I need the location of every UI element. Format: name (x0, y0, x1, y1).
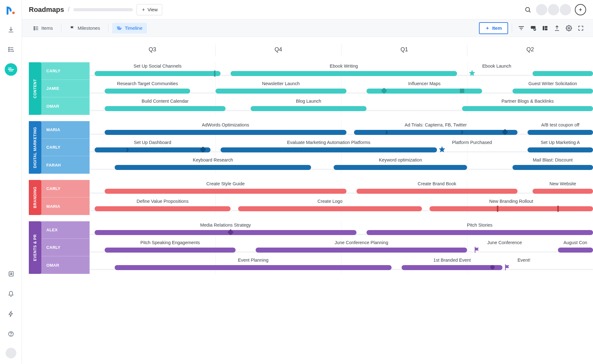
gantt-bar[interactable] (231, 71, 457, 76)
gantt-bar[interactable] (256, 248, 467, 253)
timeline-nav-icon[interactable] (5, 63, 17, 76)
diamond-marker-icon[interactable] (226, 228, 235, 236)
gantt-bar[interactable] (95, 147, 211, 152)
swimlane-member-cell[interactable]: CARLY (41, 62, 90, 80)
swimlane-member-cell[interactable]: MARIA (41, 197, 90, 215)
gantt-bar[interactable] (115, 265, 392, 270)
gantt-bar[interactable] (334, 165, 467, 170)
items-tab[interactable]: Items (29, 23, 57, 33)
list-nav-icon[interactable] (5, 43, 17, 56)
gantt-bar[interactable] (533, 189, 593, 194)
export-icon[interactable] (552, 23, 562, 33)
gantt-bar[interactable] (356, 189, 518, 194)
notifications-nav-icon[interactable] (5, 288, 17, 300)
swimlane-group: DIGITAL MARKETINGMARIACARLYFARAHAdWords … (29, 121, 593, 174)
import-nav-icon[interactable] (5, 23, 17, 36)
gantt-bar-label: Newsletter Launch (216, 80, 346, 87)
gantt-bar[interactable] (402, 265, 502, 270)
automations-nav-icon[interactable] (5, 308, 17, 320)
gantt-bar[interactable] (105, 89, 190, 94)
collaborator-avatars[interactable] (536, 4, 571, 15)
gantt-bar[interactable] (105, 248, 236, 253)
view-tabs-bar: Items Milestones Timeline Item (22, 19, 593, 37)
gantt-bar[interactable] (533, 71, 593, 76)
gantt-bar[interactable] (105, 106, 226, 111)
search-icon[interactable] (523, 5, 532, 14)
gantt-bar[interactable] (462, 106, 593, 111)
breadcrumb-current-placeholder[interactable] (73, 8, 133, 11)
swimlane-member-cell[interactable]: CARLY (41, 139, 90, 156)
gantt-bar[interactable] (105, 189, 346, 194)
gantt-bar[interactable] (354, 130, 518, 135)
add-view-button[interactable]: View (137, 4, 162, 15)
contacts-nav-icon[interactable] (5, 268, 17, 280)
gantt-bar[interactable] (95, 71, 221, 76)
chevron-marker-icon[interactable] (460, 131, 464, 134)
gantt-bar-label: Keyboard Research (115, 157, 311, 163)
square-marker-icon[interactable] (458, 87, 466, 95)
star-milestone-icon[interactable] (438, 146, 446, 154)
left-nav-rail (0, 0, 22, 364)
swimlane-member-cell[interactable]: OMAR (41, 256, 90, 274)
milestone-label: Ebook Launch (482, 63, 573, 69)
gantt-bar[interactable] (221, 147, 437, 152)
layout-icon[interactable] (540, 23, 550, 33)
chevron-marker-icon[interactable] (126, 148, 129, 152)
swimlane-group: CONTENTCARLYJAMIEOMARSet Up Social Chann… (29, 62, 593, 115)
swimlane-track-area: AdWords OptimizationsAd Trials: Capterra… (90, 121, 593, 174)
svg-point-0 (12, 12, 15, 14)
swimlane-member-cell[interactable]: MARIA (41, 121, 90, 139)
gantt-bar[interactable] (512, 89, 593, 94)
milestones-tab[interactable]: Milestones (65, 23, 105, 33)
tick-marker-icon[interactable] (557, 206, 559, 212)
add-item-button[interactable]: Item (479, 22, 508, 34)
user-avatar[interactable] (6, 348, 16, 358)
dot-marker-icon[interactable] (488, 263, 497, 271)
milestones-tab-label: Milestones (78, 25, 100, 31)
tick-marker-icon[interactable] (214, 70, 216, 77)
breadcrumb-root[interactable]: Roadmaps (29, 6, 64, 14)
flag-milestone-icon[interactable] (503, 263, 512, 271)
gantt-bar[interactable] (528, 130, 593, 135)
swimlane-member-cell[interactable]: OMAR (41, 97, 90, 115)
gantt-bar[interactable] (238, 206, 422, 211)
diamond-marker-icon[interactable] (380, 87, 388, 95)
invite-user-button[interactable] (575, 4, 586, 15)
gantt-bar[interactable] (115, 165, 311, 170)
filter-icon[interactable] (516, 23, 527, 33)
gantt-bar[interactable] (216, 89, 346, 94)
gantt-bar[interactable] (251, 106, 367, 111)
fullscreen-icon[interactable] (575, 23, 586, 33)
star-milestone-icon[interactable] (468, 69, 476, 77)
gantt-bar[interactable] (95, 230, 356, 235)
app-logo (6, 6, 16, 16)
swimlane-member-cell[interactable]: CARLY (41, 239, 90, 256)
gantt-bar[interactable] (105, 130, 346, 135)
swimlane-member-cell[interactable]: FARAH (41, 156, 90, 174)
diamond-marker-icon[interactable] (501, 128, 509, 136)
gantt-bar-label: Mail Blast: Discount (512, 157, 593, 163)
diamond-marker-icon[interactable] (199, 146, 207, 154)
swimlane-member-column: CARLYJAMIEOMAR (41, 62, 90, 115)
swimlane-row: Research Target CommunitiesNewsletter La… (90, 80, 593, 97)
timeline-tab[interactable]: Timeline (112, 23, 147, 33)
settings-icon[interactable] (564, 23, 574, 33)
link-icon[interactable] (528, 23, 538, 33)
gantt-bar[interactable] (512, 165, 593, 170)
gantt-bar[interactable] (558, 248, 593, 253)
gantt-bar[interactable] (367, 230, 593, 235)
swimlane-member-cell[interactable]: JAMIE (41, 80, 90, 97)
gantt-bar[interactable] (429, 206, 593, 211)
gantt-bar-label: Event Planning (115, 257, 392, 263)
tick-marker-icon[interactable] (497, 206, 498, 212)
swimlane-member-cell[interactable]: ALEX (41, 221, 90, 239)
timeline-scroll[interactable]: Q3Q4Q1Q2CONTENTCARLYJAMIEOMARSet Up Soci… (22, 37, 593, 364)
swimlane-member-cell[interactable]: CARLY (41, 180, 90, 197)
help-nav-icon[interactable] (5, 328, 17, 340)
gantt-bar[interactable] (95, 206, 231, 211)
flag-milestone-icon[interactable] (473, 246, 481, 254)
gantt-bar-label: New Website (533, 181, 593, 187)
gantt-bar[interactable] (528, 147, 593, 152)
gantt-bar-label: Influencer Maps (367, 80, 482, 87)
chevron-marker-icon[interactable] (385, 131, 388, 134)
